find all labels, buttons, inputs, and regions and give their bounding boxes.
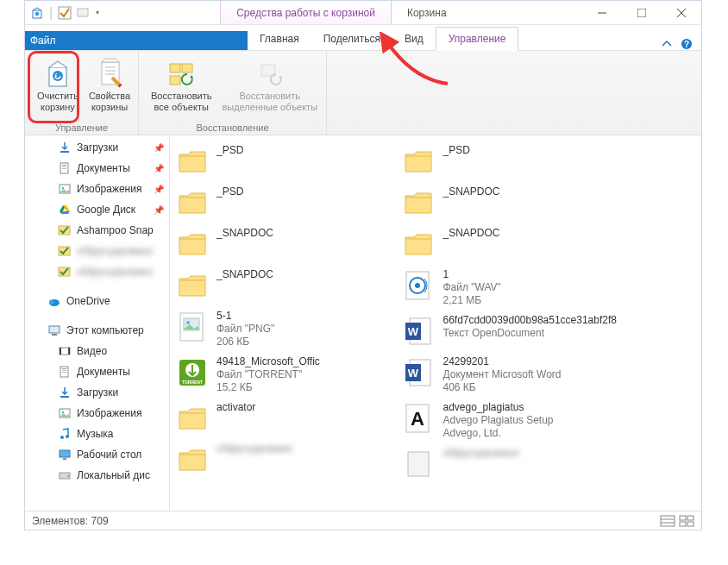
file-item[interactable]: обфусцировано: [170, 439, 392, 480]
file-item[interactable]: _PSD: [170, 182, 392, 223]
empty-bin-button[interactable]: Очистить корзину: [32, 54, 84, 119]
sidebar-item[interactable]: Музыка: [25, 424, 169, 444]
status-bar: Элементов: 709: [25, 511, 701, 530]
status-elements-count: 709: [91, 515, 109, 527]
bin-properties-label: Свойства корзины: [89, 91, 130, 113]
file-size: Advego, Ltd.: [442, 427, 553, 440]
close-button[interactable]: [662, 1, 701, 25]
status-elements-label: Элементов:: [32, 515, 88, 527]
svg-rect-16: [170, 64, 180, 72]
file-item[interactable]: W66fd7cdd0039d00b98a51cce31abf2f8Текст O…: [396, 311, 618, 352]
sidebar-item[interactable]: Этот компьютер: [25, 320, 169, 341]
sidebar-item[interactable]: Загрузки📌: [25, 137, 169, 158]
file-item[interactable]: W24299201Документ Microsoft Word406 КБ: [396, 352, 618, 398]
file-item[interactable]: Aadvego_plagiatusAdvego Plagiatus SetupA…: [396, 398, 618, 443]
restore-all-button[interactable]: Восстановить все объекты: [146, 54, 217, 119]
sidebar-item-label: Google Диск: [77, 204, 135, 216]
empty-bin-icon: [41, 56, 75, 91]
sidebar-item-label: обфусцировано: [77, 245, 153, 257]
svg-rect-46: [60, 450, 70, 457]
file-type: Текст OpenDocument: [442, 327, 617, 340]
tab-main[interactable]: Главная: [248, 28, 311, 50]
sidebar-item[interactable]: Загрузки: [25, 382, 169, 403]
qat-new-folder-icon[interactable]: [77, 6, 91, 20]
minimize-button[interactable]: [582, 1, 622, 25]
svg-rect-5: [637, 9, 646, 17]
sidebar-item[interactable]: Изображения📌: [25, 179, 169, 199]
file-name: _SNAPDOC: [442, 227, 499, 240]
file-item[interactable]: обфусцировано: [396, 443, 618, 485]
sidebar-item[interactable]: обфусцировано: [25, 261, 169, 282]
file-size: 206 КБ: [217, 336, 274, 348]
tab-view[interactable]: Вид: [392, 28, 436, 50]
svg-text:?: ?: [684, 40, 689, 49]
maximize-button[interactable]: [622, 1, 662, 25]
qat-dropdown-icon[interactable]: ▾: [96, 9, 99, 16]
svg-point-49: [67, 475, 69, 477]
sidebar-item[interactable]: Документы📌: [25, 158, 169, 179]
folder-icon: [401, 144, 436, 179]
svg-rect-74: [687, 522, 693, 526]
sidebar-item-label: Документы: [77, 162, 130, 174]
sidebar-item[interactable]: OneDrive: [25, 291, 169, 311]
title-bar: | ▾ Средства работы с корзиной Корзина: [25, 1, 701, 25]
file-type: Файл "TORRENT": [217, 368, 320, 381]
svg-rect-33: [52, 334, 57, 336]
sidebar-item-label: Музыка: [77, 428, 113, 440]
minimize-ribbon-icon[interactable]: [662, 39, 672, 49]
sidebar-item[interactable]: Видео: [25, 341, 169, 361]
sidebar-item-label: Рабочий стол: [77, 449, 141, 461]
file-item[interactable]: _PSD: [396, 141, 618, 182]
svg-rect-72: [687, 516, 693, 520]
file-item[interactable]: TORRENT49418_Microsoft_OfficФайл "TORREN…: [170, 352, 392, 398]
check-icon: [58, 244, 72, 258]
view-icons-icon[interactable]: [679, 515, 694, 527]
svg-point-52: [186, 321, 190, 324]
file-size: 2,21 МБ: [442, 294, 500, 307]
view-details-icon[interactable]: [660, 515, 675, 527]
file-item[interactable]: 5-1Файл "PNG"206 КБ: [170, 306, 392, 352]
sidebar-item[interactable]: Ashampoo Snap: [25, 220, 169, 241]
empty-bin-label: Очистить корзину: [37, 91, 78, 113]
sidebar-item[interactable]: Изображения: [25, 403, 169, 424]
file-item[interactable]: _SNAPDOC: [170, 265, 392, 306]
tab-file[interactable]: Файл: [25, 31, 248, 50]
file-item[interactable]: _PSD: [170, 141, 392, 182]
folder-icon: [175, 443, 210, 477]
pictures-icon: [58, 182, 72, 196]
file-item[interactable]: _SNAPDOC: [170, 223, 392, 265]
sidebar-item[interactable]: Локальный дис: [25, 465, 169, 486]
svg-rect-22: [62, 165, 66, 166]
file-item[interactable]: _SNAPDOC: [396, 223, 618, 265]
sidebar-item-label: Видео: [77, 345, 107, 357]
svg-point-43: [62, 411, 65, 414]
pin-icon: 📌: [154, 185, 164, 194]
help-icon[interactable]: ?: [681, 38, 693, 50]
sidebar-item[interactable]: Документы: [25, 361, 169, 382]
sidebar-item[interactable]: Рабочий стол: [25, 444, 169, 465]
sidebar-item-label: Документы: [77, 366, 130, 378]
svg-text:TORRENT: TORRENT: [182, 380, 203, 385]
tab-share[interactable]: Поделиться: [311, 28, 392, 50]
file-name: 24299201: [442, 355, 561, 368]
pin-icon: 📌: [154, 143, 164, 153]
svg-rect-47: [63, 458, 66, 460]
sidebar-item[interactable]: обфусцировано: [25, 241, 169, 261]
svg-rect-23: [62, 166, 66, 167]
file-item[interactable]: _SNAPDOC: [396, 182, 618, 223]
bin-properties-icon: [92, 56, 127, 91]
file-name: 1: [442, 268, 500, 281]
word-icon: W: [401, 314, 436, 348]
tab-manage[interactable]: Управление: [436, 27, 519, 51]
svg-point-44: [60, 436, 64, 439]
ribbon: Очистить корзину Свойства корзины Управл…: [25, 51, 701, 135]
svg-text:A: A: [411, 408, 425, 430]
qat-checkbox-icon[interactable]: [58, 6, 72, 20]
navigation-pane[interactable]: Загрузки📌Документы📌Изображения📌Google Ди…: [25, 137, 170, 511]
file-list[interactable]: _PSD_PSD_SNAPDOC_SNAPDOC5-1Файл "PNG"206…: [170, 137, 701, 511]
file-item[interactable]: activator: [170, 398, 392, 439]
file-item[interactable]: 1Файл "WAV"2,21 МБ: [396, 265, 618, 311]
file-name: обфусцировано: [442, 447, 518, 460]
bin-properties-button[interactable]: Свойства корзины: [84, 54, 135, 119]
sidebar-item[interactable]: Google Диск📌: [25, 199, 169, 220]
